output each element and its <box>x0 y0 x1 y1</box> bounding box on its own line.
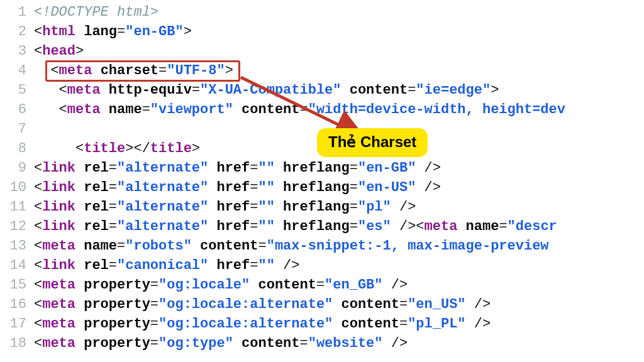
code-line: <link rel="alternate" href="" hreflang="… <box>34 197 644 217</box>
line-number: 16 <box>0 295 26 314</box>
code-line: <link rel="alternate" href="" hreflang="… <box>34 158 644 178</box>
line-number: 2 <box>0 22 26 41</box>
code-editor: 1 2 3 4 5 6 7 8 9 10 11 12 13 14 15 16 1… <box>0 0 644 362</box>
line-number: 8 <box>0 139 26 158</box>
code-line: <meta property="og:type" content="websit… <box>34 334 644 353</box>
code-line: <meta http-equiv="X-UA-Compatible" conte… <box>34 80 644 100</box>
line-number: 4 <box>0 61 26 80</box>
line-number: 15 <box>0 275 26 295</box>
code-line: <meta property="og:locale:alternate" con… <box>34 295 644 314</box>
line-number: 7 <box>0 119 26 139</box>
code-line: <meta property="og:locale" content="en_G… <box>34 275 644 295</box>
code-line: <meta charset="UTF-8"> <box>34 61 644 80</box>
code-line: <meta name="viewport" content="width=dev… <box>34 100 644 119</box>
line-number: 3 <box>0 41 26 61</box>
line-number: 17 <box>0 314 26 334</box>
code-line: <html lang="en-GB"> <box>34 22 644 41</box>
line-number-gutter: 1 2 3 4 5 6 7 8 9 10 11 12 13 14 15 16 1… <box>0 3 34 362</box>
line-number: 11 <box>0 197 26 217</box>
code-line: <!DOCTYPE html> <box>34 3 644 22</box>
line-number: 6 <box>0 100 26 119</box>
line-number: 5 <box>0 80 26 100</box>
code-line: <head> <box>34 41 644 61</box>
line-number: 10 <box>0 178 26 197</box>
code-line: <link rel="alternate" href="" hreflang="… <box>34 178 644 197</box>
line-number: 9 <box>0 158 26 178</box>
code-content: <!DOCTYPE html> <html lang="en-GB"> <hea… <box>34 3 644 362</box>
code-line: <meta name="robots" content="max-snippet… <box>34 236 644 256</box>
code-line: <meta property="og:locale:alternate" con… <box>34 314 644 334</box>
code-line: <link rel="alternate" href="" hreflang="… <box>34 217 644 236</box>
code-line: <link rel="canonical" href="" /> <box>34 256 644 275</box>
line-number: 13 <box>0 236 26 256</box>
line-number: 12 <box>0 217 26 236</box>
line-number: 14 <box>0 256 26 275</box>
line-number: 1 <box>0 3 26 22</box>
line-number: 18 <box>0 334 26 353</box>
code-line: <title></title> <box>34 139 644 158</box>
code-line <box>34 119 644 139</box>
